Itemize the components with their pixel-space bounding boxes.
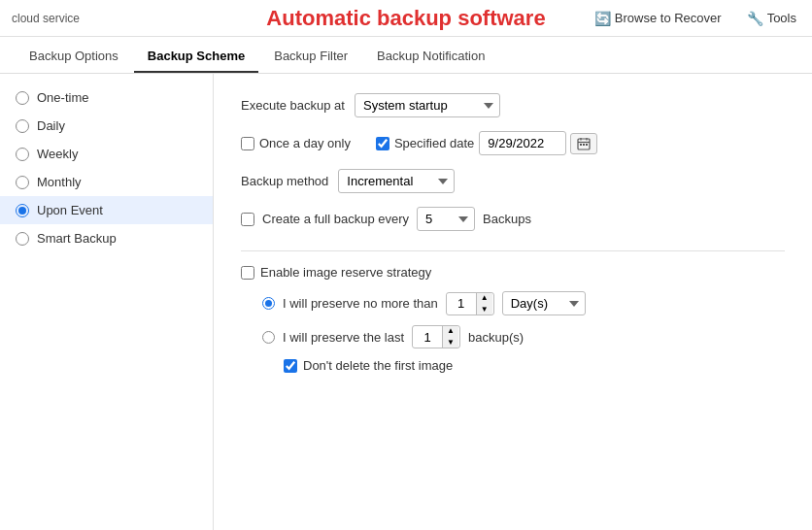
preserve-last-row: I will preserve the last ▲ ▼ backup(s) bbox=[262, 325, 785, 348]
backups-label-2: backup(s) bbox=[468, 330, 524, 345]
cloud-service-label: cloud service bbox=[12, 12, 80, 25]
full-backup-row: Create a full backup every 1 2 3 4 5 10 … bbox=[241, 207, 785, 231]
spinner-btns-2: ▲ ▼ bbox=[442, 325, 458, 348]
create-full-checkbox[interactable] bbox=[241, 213, 254, 226]
radio-preserve-last[interactable] bbox=[262, 331, 275, 344]
sidebar-item-weekly[interactable]: Weekly bbox=[0, 140, 213, 168]
once-a-day-checkbox[interactable] bbox=[241, 137, 254, 150]
radio-monthly[interactable] bbox=[16, 176, 29, 189]
content-area: Execute backup at System startup System … bbox=[214, 74, 812, 530]
create-full-label: Create a full backup every bbox=[262, 212, 409, 226]
sidebar-item-monthly-label: Monthly bbox=[37, 175, 82, 189]
svg-rect-6 bbox=[586, 144, 588, 146]
radio-upon-event[interactable] bbox=[16, 204, 29, 217]
backups-label: Backups bbox=[483, 212, 531, 226]
browse-recover-button[interactable]: 🔄 Browse to Recover bbox=[591, 9, 726, 28]
main-area: One-time Daily Weekly Monthly Upon Event… bbox=[0, 74, 812, 530]
spinner-down-1[interactable]: ▼ bbox=[477, 304, 492, 315]
backup-method-select[interactable]: Incremental Full Differential bbox=[338, 169, 455, 193]
tab-backup-notification[interactable]: Backup Notification bbox=[363, 41, 498, 73]
execute-backup-select[interactable]: System startup System shutdown User logo… bbox=[355, 93, 500, 117]
specified-date-item: Specified date bbox=[376, 131, 597, 155]
specified-date-checkbox[interactable] bbox=[376, 137, 389, 150]
spinner-up-1[interactable]: ▲ bbox=[477, 292, 492, 304]
preserve-no-more-label: I will preserve no more than bbox=[283, 296, 438, 311]
sidebar-item-monthly[interactable]: Monthly bbox=[0, 168, 213, 196]
radio-one-time[interactable] bbox=[16, 91, 29, 105]
preserve-last-spinner[interactable]: ▲ ▼ bbox=[412, 325, 460, 348]
svg-rect-4 bbox=[580, 144, 582, 146]
preserve-no-more-row: I will preserve no more than ▲ ▼ Day(s) … bbox=[262, 291, 785, 315]
enable-strategy-row: Enable image reserve strategy bbox=[241, 265, 785, 280]
radio-weekly[interactable] bbox=[16, 148, 29, 161]
sidebar-item-upon-event[interactable]: Upon Event bbox=[0, 196, 213, 224]
scheme-sidebar: One-time Daily Weekly Monthly Upon Event… bbox=[0, 74, 214, 530]
dont-delete-label: Don't delete the first image bbox=[303, 358, 453, 373]
backup-method-row: Backup method Incremental Full Different… bbox=[241, 169, 785, 193]
tab-backup-filter[interactable]: Backup Filter bbox=[260, 41, 361, 73]
execute-backup-label: Execute backup at bbox=[241, 98, 345, 113]
sidebar-item-one-time-label: One-time bbox=[37, 90, 88, 105]
spinner-down-2[interactable]: ▼ bbox=[443, 337, 458, 348]
calendar-icon bbox=[577, 137, 591, 150]
preserve-last-label: I will preserve the last bbox=[283, 330, 404, 345]
tabs-bar: Backup Options Backup Scheme Backup Filt… bbox=[0, 37, 812, 74]
once-a-day-item: Once a day only bbox=[241, 136, 351, 150]
full-backup-number-select[interactable]: 1 2 3 4 5 10 bbox=[417, 207, 475, 231]
backup-method-label: Backup method bbox=[241, 174, 328, 188]
tools-button[interactable]: 🔧 Tools bbox=[743, 9, 800, 28]
browse-recover-icon: 🔄 bbox=[594, 11, 611, 26]
enable-strategy-checkbox[interactable] bbox=[241, 266, 254, 280]
top-bar: cloud service Automatic backup software … bbox=[0, 0, 812, 37]
dont-delete-row: Don't delete the first image bbox=[262, 358, 785, 373]
date-field-input[interactable] bbox=[479, 131, 566, 155]
execute-backup-row: Execute backup at System startup System … bbox=[241, 93, 785, 117]
radio-daily[interactable] bbox=[16, 119, 29, 133]
sidebar-item-one-time[interactable]: One-time bbox=[0, 83, 213, 112]
once-a-day-label: Once a day only bbox=[259, 136, 351, 150]
dont-delete-checkbox[interactable] bbox=[284, 359, 297, 373]
sidebar-item-weekly-label: Weekly bbox=[37, 147, 78, 161]
browse-recover-label: Browse to Recover bbox=[615, 11, 722, 25]
sidebar-item-smart-backup-label: Smart Backup bbox=[37, 231, 117, 246]
date-input-group bbox=[479, 131, 597, 155]
tools-label: Tools bbox=[767, 11, 796, 25]
svg-rect-5 bbox=[583, 144, 585, 146]
once-specified-row: Once a day only Specified date bbox=[241, 131, 785, 155]
preserve-last-input[interactable] bbox=[413, 328, 442, 347]
sidebar-item-smart-backup[interactable]: Smart Backup bbox=[0, 224, 213, 252]
tab-backup-scheme[interactable]: Backup Scheme bbox=[134, 41, 258, 73]
calendar-icon-button[interactable] bbox=[570, 133, 597, 154]
enable-strategy-label: Enable image reserve strategy bbox=[260, 265, 431, 280]
day-unit-select[interactable]: Day(s) Week(s) Month(s) bbox=[502, 291, 586, 315]
tools-icon: 🔧 bbox=[747, 11, 763, 26]
strategy-options: I will preserve no more than ▲ ▼ Day(s) … bbox=[241, 291, 785, 373]
app-title: Automatic backup software bbox=[266, 6, 545, 31]
spinner-up-2[interactable]: ▲ bbox=[443, 325, 458, 337]
spinner-btns-1: ▲ ▼ bbox=[476, 292, 492, 315]
sidebar-item-daily-label: Daily bbox=[37, 118, 65, 133]
radio-preserve-no-more[interactable] bbox=[262, 297, 275, 310]
preserve-no-more-input[interactable] bbox=[447, 294, 476, 313]
sidebar-item-upon-event-label: Upon Event bbox=[37, 203, 103, 217]
top-actions: 🔄 Browse to Recover 🔧 Tools bbox=[591, 9, 800, 28]
preserve-no-more-spinner[interactable]: ▲ ▼ bbox=[446, 292, 494, 315]
tab-backup-options[interactable]: Backup Options bbox=[16, 41, 132, 73]
divider-1 bbox=[241, 250, 785, 251]
sidebar-item-daily[interactable]: Daily bbox=[0, 112, 213, 140]
radio-smart-backup[interactable] bbox=[16, 232, 29, 246]
specified-date-label: Specified date bbox=[394, 136, 474, 150]
